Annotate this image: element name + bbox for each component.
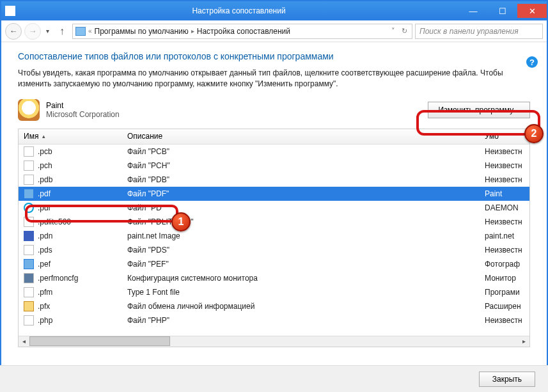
ext: .perfmoncfg (38, 274, 78, 283)
file-icon (24, 217, 34, 227)
refresh-button[interactable]: ↻ (400, 27, 409, 35)
ext: .pdi (38, 203, 50, 212)
def: Неизвестн (485, 161, 529, 170)
table-row[interactable]: .phpФайл "PHP"Неизвестн (19, 313, 529, 327)
file-icon (24, 245, 34, 255)
page-description: Чтобы увидеть, какая программа по умолча… (18, 68, 530, 90)
file-icon (24, 203, 34, 213)
current-program-row: Paint Microsoft Corporation Изменить про… (18, 99, 530, 121)
list-header: Имя ▴ Описание Умо (19, 129, 529, 145)
history-dropdown[interactable]: ▾ (43, 27, 52, 35)
file-icon (24, 259, 34, 269)
chevron-icon: ▸ (191, 27, 194, 35)
desc: Файл "PD" (127, 203, 485, 212)
window-title: Настройка сопоставлений (19, 6, 458, 15)
forward-button[interactable]: → (24, 23, 41, 40)
table-row[interactable]: .perfmoncfgКонфигурация системного монит… (19, 271, 529, 285)
def: Монитор (485, 274, 529, 283)
program-vendor: Microsoft Corporation (46, 110, 120, 119)
table-row[interactable]: .pfmType 1 Font fileПрограми (19, 285, 529, 299)
folder-icon (75, 27, 86, 36)
titlebar: Настройка сопоставлений — ☐ ✕ (1, 1, 547, 20)
table-row[interactable]: .pefФайл "PEF"Фотограф (19, 257, 529, 271)
search-input[interactable]: Поиск в панели управления (415, 24, 543, 39)
desc: Файл "PDS" (127, 246, 485, 255)
def: DAEMON (485, 203, 529, 212)
def: Неизвестн (485, 147, 529, 156)
desc: Файл "PDB" (127, 175, 485, 184)
table-row[interactable]: .pdiФайл "PD"DAEMON (19, 201, 529, 215)
table-row[interactable]: .pchФайл "PCH"Неизвестн (19, 159, 529, 173)
back-button[interactable]: ← (5, 23, 22, 40)
program-name: Paint (46, 101, 120, 110)
page-headline: Сопоставление типов файлов или протоколо… (18, 51, 530, 61)
table-row[interactable]: .pcbФайл "PCB"Неизвестн (19, 145, 529, 159)
callout-badge-2: 2 (524, 124, 544, 143)
ext: .pdf (38, 189, 51, 198)
file-icon (24, 175, 34, 185)
content-area: Сопоставление типов файлов или протоколо… (1, 42, 547, 347)
close-dialog-button[interactable]: Закрыть (479, 372, 535, 387)
ext: .pdn (38, 231, 52, 240)
scroll-thumb[interactable] (29, 336, 170, 346)
close-button[interactable]: ✕ (517, 4, 547, 18)
file-icon (24, 189, 34, 199)
desc: Конфигурация системного монитора (127, 274, 485, 283)
horizontal-scrollbar[interactable]: ◂ ▸ (19, 336, 529, 347)
file-list: Имя ▴ Описание Умо .pcbФайл "PCB"Неизвес… (18, 129, 530, 347)
def: Расширен (485, 302, 529, 311)
table-row[interactable]: .pfxФайл обмена личной информациейРасшир… (19, 299, 529, 313)
table-row[interactable]: .pdsФайл "PDS"Неизвестн (19, 243, 529, 257)
ext: .pfm (38, 288, 52, 297)
def: paint.net (485, 231, 529, 240)
file-icon (24, 161, 34, 171)
address-dropdown[interactable]: ˅ (389, 27, 397, 35)
table-row[interactable]: .pdfФайл "PDF"Paint (19, 187, 529, 201)
desc: Type 1 Font file (127, 288, 485, 297)
desc: Файл "PHP" (127, 316, 485, 325)
file-icon (24, 273, 34, 283)
ext: .pch (38, 161, 52, 170)
table-row[interactable]: .pdlite500Файл "PDLITE500"Неизвестн (19, 215, 529, 229)
list-body: .pcbФайл "PCB"Неизвестн.pchФайл "PCH"Неи… (19, 145, 529, 336)
desc: Файл "PCB" (127, 147, 485, 156)
maximize-button[interactable]: ☐ (488, 4, 517, 18)
navbar: ← → ▾ ↑ « Программы по умолчанию ▸ Настр… (1, 20, 547, 42)
desc: Файл "PEF" (127, 260, 485, 269)
table-row[interactable]: .pdnpaint.net Imagepaint.net (19, 229, 529, 243)
desc: Файл обмена личной информацией (127, 302, 485, 311)
address-bar[interactable]: « Программы по умолчанию ▸ Настройка соп… (72, 24, 412, 39)
ext: .pef (38, 260, 51, 269)
minimize-button[interactable]: — (458, 4, 488, 18)
def: Неизвестн (485, 175, 529, 184)
scroll-right-button[interactable]: ▸ (519, 336, 529, 347)
desc: Файл "PDF" (127, 189, 485, 198)
up-button[interactable]: ↑ (54, 24, 70, 39)
def: Неизвестн (485, 217, 529, 226)
window-icon (5, 6, 15, 16)
table-row[interactable]: .pdbФайл "PDB"Неизвестн (19, 173, 529, 187)
change-program-button[interactable]: Изменить программу... (428, 102, 530, 118)
def: Фотограф (485, 260, 529, 269)
sort-arrow-icon: ▴ (42, 133, 45, 139)
ext: .pdlite500 (38, 217, 71, 226)
col-name[interactable]: Имя ▴ (19, 132, 127, 141)
scroll-left-button[interactable]: ◂ (19, 336, 29, 347)
file-icon (24, 287, 34, 297)
breadcrumb-1[interactable]: Программы по умолчанию (95, 27, 189, 36)
breadcrumb-2[interactable]: Настройка сопоставлений (197, 27, 290, 36)
desc: paint.net Image (127, 231, 485, 240)
window-buttons: — ☐ ✕ (458, 4, 547, 18)
search-placeholder: Поиск в панели управления (419, 27, 519, 36)
file-icon (24, 315, 34, 325)
callout-badge-1: 1 (171, 212, 191, 231)
def: Програми (485, 288, 529, 297)
col-def[interactable]: Умо (485, 132, 529, 141)
ext: .pdb (38, 175, 52, 184)
def: Неизвестн (485, 246, 529, 255)
desc: Файл "PCH" (127, 161, 485, 170)
paint-icon (18, 99, 40, 121)
col-desc[interactable]: Описание (127, 132, 485, 141)
ext: .pfx (38, 302, 50, 311)
file-icon (24, 231, 34, 241)
